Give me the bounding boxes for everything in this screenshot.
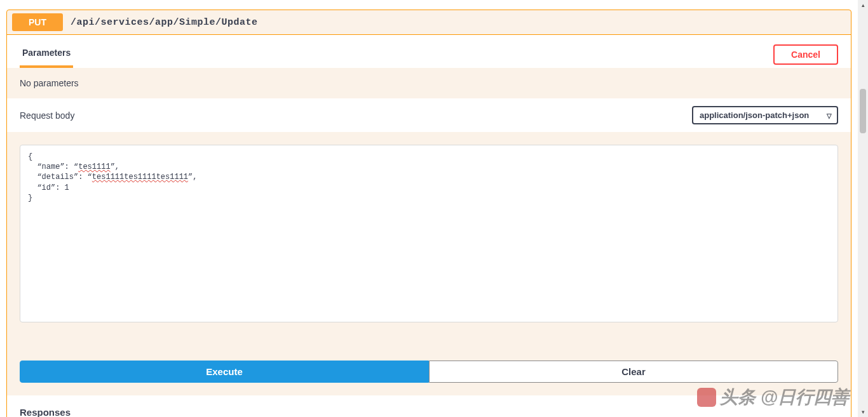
content-type-value: application/json-patch+json xyxy=(700,110,809,120)
watermark: 头条 @日行四善 xyxy=(697,385,849,409)
clear-button[interactable]: Clear xyxy=(429,361,838,383)
request-body-label: Request body xyxy=(20,110,74,121)
chevron-down-icon: ▽ xyxy=(827,112,832,119)
watermark-logo-icon xyxy=(697,388,716,407)
scroll-down-icon[interactable]: ▾ xyxy=(858,407,868,417)
scroll-up-icon[interactable]: ▴ xyxy=(858,0,868,10)
request-body-header: Request body application/json-patch+json… xyxy=(7,98,851,132)
operation-block: PUT /api/services/app/Simple/Update Para… xyxy=(6,10,851,417)
request-body-section: { “name”: “tes1111”, “details”: “tes1111… xyxy=(7,132,851,341)
scrollbar[interactable]: ▴ ▾ xyxy=(858,0,868,417)
watermark-text: 头条 @日行四善 xyxy=(720,385,849,409)
tabs-row: Parameters Cancel xyxy=(7,35,851,68)
content-type-select[interactable]: application/json-patch+json ▽ xyxy=(692,106,838,124)
request-body-textarea[interactable]: { “name”: “tes1111”, “details”: “tes1111… xyxy=(20,145,838,322)
scrollbar-thumb[interactable] xyxy=(860,89,866,133)
operation-summary[interactable]: PUT /api/services/app/Simple/Update xyxy=(7,10,851,35)
execute-button[interactable]: Execute xyxy=(20,361,429,383)
no-parameters-message: No parameters xyxy=(7,68,851,98)
method-badge: PUT xyxy=(12,13,63,31)
tab-parameters[interactable]: Parameters xyxy=(20,41,73,68)
cancel-button[interactable]: Cancel xyxy=(773,44,838,65)
endpoint-path: /api/services/app/Simple/Update xyxy=(71,17,258,28)
